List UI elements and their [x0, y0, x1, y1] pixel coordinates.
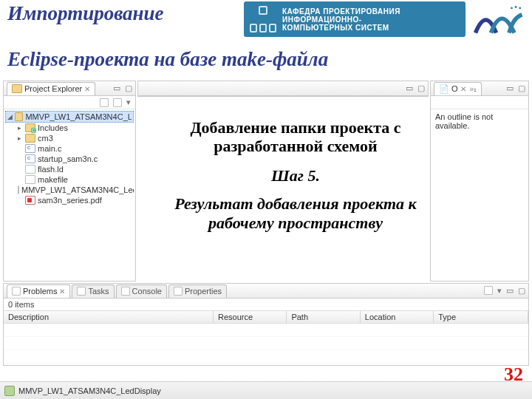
- minimize-icon[interactable]: ▭: [506, 83, 514, 93]
- status-bar: MMVP_LW1_ATSAM3N4C_LedDisplay: [0, 381, 532, 399]
- overlay-step: Шаг 5.: [148, 166, 443, 185]
- close-icon[interactable]: ✕: [460, 85, 466, 93]
- tree-item-label: flash.ld: [38, 165, 64, 174]
- minimize-icon[interactable]: ▭: [406, 83, 413, 93]
- page-number: 32: [504, 364, 523, 386]
- tab-console[interactable]: Console: [116, 284, 167, 298]
- console-icon: [121, 287, 130, 296]
- column-resource[interactable]: Resource: [214, 311, 287, 323]
- tree-item-label: MMVP_LW1_ATSAM3N4C_LedDisplay: [25, 112, 132, 121]
- pdf-icon: [25, 196, 35, 205]
- column-description[interactable]: Description: [4, 311, 214, 323]
- maximize-icon[interactable]: ▢: [125, 83, 132, 93]
- maximize-icon[interactable]: ▢: [518, 83, 525, 93]
- tree-item-label: Includes: [38, 123, 68, 132]
- tree-root-item[interactable]: ◢ MMVP_LW1_ATSAM3N4C_LedDisplay: [5, 111, 134, 123]
- problems-icon: [12, 287, 21, 296]
- view-menu-icon[interactable]: ▾: [126, 98, 131, 107]
- outline-pane: 📄 O ✕ »₂ ▭ ▢ An outline is not available…: [430, 81, 529, 282]
- link-editor-icon[interactable]: [113, 98, 122, 107]
- properties-icon: [174, 287, 183, 296]
- minimize-icon[interactable]: ▭: [113, 83, 120, 93]
- tree-item[interactable]: makefile: [5, 174, 134, 185]
- tab-tasks[interactable]: Tasks: [72, 284, 114, 298]
- tree-item-label: startup_sam3n.c: [38, 154, 98, 163]
- maximize-icon[interactable]: ▢: [518, 286, 525, 296]
- expander-icon[interactable]: ▸: [16, 134, 23, 142]
- tree-item[interactable]: main.c: [5, 143, 134, 154]
- tab-project-explorer[interactable]: Project Explorer ✕: [7, 82, 95, 95]
- collapse-all-icon[interactable]: [100, 98, 109, 107]
- tab-properties[interactable]: Properties: [168, 284, 227, 298]
- close-icon[interactable]: ✕: [84, 85, 90, 93]
- c-icon: [25, 144, 35, 153]
- tree-item[interactable]: ▸cm3: [5, 133, 134, 143]
- c-icon: [25, 154, 35, 163]
- project-explorer-pane: Project Explorer ✕ ▭ ▢ ▾ ◢ MMVP_LW1_ATSA…: [3, 81, 136, 282]
- problems-table-body: [4, 324, 528, 364]
- txt-icon: [18, 185, 19, 194]
- tree-item[interactable]: startup_sam3n.c: [5, 154, 134, 164]
- overlay-heading: Добавление папки проекта с разработанной…: [148, 118, 443, 156]
- tree-item-label: makefile: [38, 175, 68, 184]
- svg-point-1: [515, 6, 517, 8]
- tab-outline[interactable]: 📄 O ✕ »₂: [434, 82, 482, 95]
- department-line3: КОМПЬЮТЕРНЫХ СИСТЕМ: [282, 24, 400, 32]
- project-status-icon: [4, 386, 15, 396]
- minimize-icon[interactable]: ▭: [506, 286, 514, 296]
- department-line2: ИНФОРМАЦИОННО-: [282, 16, 400, 24]
- tasks-icon: [77, 287, 86, 296]
- tree-item[interactable]: sam3n_series.pdf: [5, 195, 134, 205]
- university-logo: [470, 0, 528, 40]
- mk-icon: [25, 175, 35, 184]
- filter-icon[interactable]: [484, 286, 493, 295]
- tab-label: Console: [132, 287, 162, 296]
- expander-icon[interactable]: ◢: [7, 113, 13, 120]
- overlay-result: Результат добавления проекта к рабочему …: [148, 194, 443, 233]
- maximize-icon[interactable]: ▢: [417, 83, 425, 93]
- svg-point-0: [511, 7, 513, 10]
- column-type[interactable]: Type: [434, 311, 528, 323]
- folder-icon: [12, 84, 22, 93]
- department-icon: [250, 6, 276, 33]
- folder-icon: [25, 134, 35, 143]
- outline-message: An outline is not available.: [431, 109, 528, 133]
- tree-item[interactable]: ▸Includes: [5, 123, 134, 133]
- status-bar-text: MMVP_LW1_ATSAM3N4C_LedDisplay: [18, 386, 161, 395]
- expander-icon[interactable]: ▸: [16, 124, 23, 132]
- column-path[interactable]: Path: [287, 311, 360, 323]
- department-text: КАФЕДРА ПРОЕКТИРОВАНИЯ ИНФОРМАЦИОННО- КО…: [282, 7, 400, 32]
- close-icon[interactable]: ✕: [59, 287, 65, 296]
- department-badge: КАФЕДРА ПРОЕКТИРОВАНИЯ ИНФОРМАЦИОННО- КО…: [244, 1, 466, 37]
- tab-label: O: [451, 84, 458, 93]
- tree-item[interactable]: flash.ld: [5, 164, 134, 174]
- problems-pane: Problems✕TasksConsoleProperties ▾ ▭ ▢ 0 …: [3, 283, 529, 366]
- tab-problems[interactable]: Problems✕: [7, 284, 70, 298]
- department-line1: КАФЕДРА ПРОЕКТИРОВАНИЯ: [282, 7, 400, 16]
- tree-item-label: MMVP_LW1_ATSAM3N4C_LedDisp: [21, 185, 134, 194]
- cfolder-icon: [25, 123, 35, 132]
- tab-label: Problems: [23, 287, 57, 296]
- slide-center-text: Добавление папки проекта с разработанной…: [148, 118, 443, 233]
- editor-area: ▭ ▢: [137, 81, 429, 97]
- slide-title-line2: Eclipse-проекта на базе make-файла: [7, 49, 525, 71]
- project-icon: [15, 112, 23, 121]
- column-location[interactable]: Location: [361, 311, 434, 323]
- tab-label: Tasks: [88, 287, 109, 296]
- tab-label: Project Explorer: [24, 84, 82, 93]
- svg-point-2: [519, 7, 521, 10]
- tree-item[interactable]: MMVP_LW1_ATSAM3N4C_LedDisp: [5, 185, 134, 195]
- project-tree: ◢ MMVP_LW1_ATSAM3N4C_LedDisplay ▸Include…: [4, 109, 135, 207]
- view-menu-icon[interactable]: ▾: [497, 286, 502, 296]
- ld-icon: [25, 165, 35, 174]
- tree-item-label: sam3n_series.pdf: [38, 196, 102, 205]
- problems-table-header: DescriptionResourcePathLocationType: [4, 310, 528, 324]
- tree-item-label: cm3: [38, 134, 53, 143]
- problems-status: 0 items: [4, 299, 528, 310]
- tree-item-label: main.c: [38, 144, 61, 153]
- tab-label: Properties: [185, 287, 222, 296]
